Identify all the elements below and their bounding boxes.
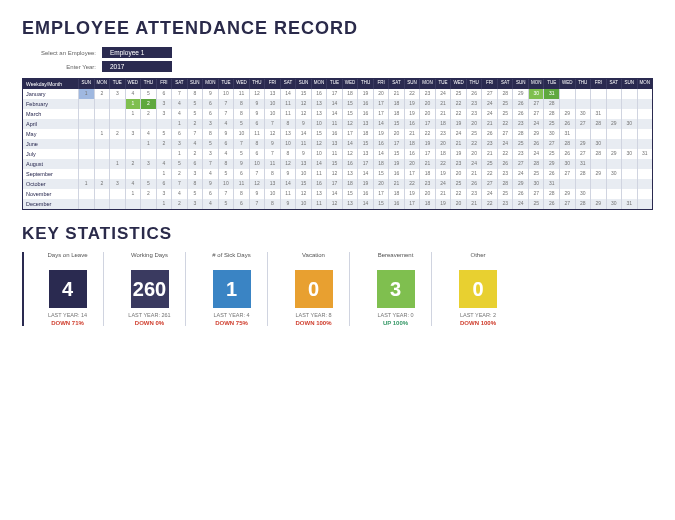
day-cell[interactable]: 27: [481, 89, 497, 99]
day-cell[interactable]: 9: [202, 179, 218, 189]
day-cell[interactable]: 1: [125, 189, 141, 199]
day-cell[interactable]: 21: [388, 179, 404, 189]
day-cell[interactable]: 25: [497, 99, 513, 109]
day-cell[interactable]: [125, 139, 141, 149]
day-cell[interactable]: 11: [311, 199, 327, 209]
day-cell[interactable]: [94, 149, 110, 159]
day-cell[interactable]: 17: [373, 189, 389, 199]
day-cell[interactable]: 17: [419, 119, 435, 129]
day-cell[interactable]: 11: [280, 189, 296, 199]
day-cell[interactable]: 16: [357, 109, 373, 119]
day-cell[interactable]: 7: [202, 159, 218, 169]
day-cell[interactable]: 12: [295, 99, 311, 109]
day-cell[interactable]: 8: [187, 89, 203, 99]
day-cell[interactable]: 14: [311, 159, 327, 169]
day-cell[interactable]: 6: [171, 129, 187, 139]
day-cell[interactable]: 12: [326, 199, 342, 209]
day-cell[interactable]: 8: [233, 109, 249, 119]
day-cell[interactable]: 9: [233, 159, 249, 169]
day-cell[interactable]: 8: [187, 179, 203, 189]
day-cell[interactable]: 20: [466, 149, 482, 159]
day-cell[interactable]: 13: [311, 99, 327, 109]
day-cell[interactable]: 30: [590, 139, 606, 149]
day-cell[interactable]: 26: [512, 109, 528, 119]
day-cell[interactable]: 4: [140, 129, 156, 139]
day-cell[interactable]: 20: [450, 169, 466, 179]
day-cell[interactable]: 9: [280, 199, 296, 209]
day-cell[interactable]: [575, 89, 591, 99]
day-cell[interactable]: 4: [171, 99, 187, 109]
day-cell[interactable]: 28: [512, 129, 528, 139]
day-cell[interactable]: [637, 99, 653, 109]
day-cell[interactable]: 23: [497, 169, 513, 179]
day-cell[interactable]: [125, 119, 141, 129]
day-cell[interactable]: 30: [621, 149, 637, 159]
day-cell[interactable]: 4: [171, 189, 187, 199]
day-cell[interactable]: 24: [497, 139, 513, 149]
day-cell[interactable]: [140, 119, 156, 129]
day-cell[interactable]: 19: [357, 89, 373, 99]
day-cell[interactable]: 2: [125, 159, 141, 169]
day-cell[interactable]: 3: [202, 149, 218, 159]
day-cell[interactable]: 14: [326, 189, 342, 199]
day-cell[interactable]: 4: [125, 179, 141, 189]
day-cell[interactable]: 30: [606, 199, 622, 209]
day-cell[interactable]: 18: [404, 139, 420, 149]
day-cell[interactable]: 13: [311, 189, 327, 199]
day-cell[interactable]: 2: [187, 119, 203, 129]
day-cell[interactable]: [94, 119, 110, 129]
day-cell[interactable]: 8: [264, 169, 280, 179]
day-cell[interactable]: [590, 89, 606, 99]
day-cell[interactable]: 16: [404, 119, 420, 129]
day-cell[interactable]: 18: [435, 149, 451, 159]
day-cell[interactable]: 6: [156, 89, 172, 99]
day-cell[interactable]: 10: [218, 89, 234, 99]
day-cell[interactable]: 29: [528, 129, 544, 139]
day-cell[interactable]: 8: [233, 99, 249, 109]
day-cell[interactable]: 18: [388, 109, 404, 119]
day-cell[interactable]: 21: [404, 129, 420, 139]
day-cell[interactable]: 23: [450, 159, 466, 169]
day-cell[interactable]: [109, 169, 125, 179]
day-cell[interactable]: 25: [481, 159, 497, 169]
day-cell[interactable]: 2: [171, 199, 187, 209]
day-cell[interactable]: 14: [357, 169, 373, 179]
day-cell[interactable]: 29: [606, 119, 622, 129]
day-cell[interactable]: [125, 149, 141, 159]
day-cell[interactable]: 17: [388, 139, 404, 149]
day-cell[interactable]: [94, 109, 110, 119]
day-cell[interactable]: [621, 109, 637, 119]
day-cell[interactable]: [78, 189, 94, 199]
day-cell[interactable]: 14: [373, 119, 389, 129]
day-cell[interactable]: 29: [512, 179, 528, 189]
day-cell[interactable]: 16: [373, 139, 389, 149]
day-cell[interactable]: [575, 179, 591, 189]
day-cell[interactable]: [621, 179, 637, 189]
day-cell[interactable]: 24: [466, 159, 482, 169]
day-cell[interactable]: 27: [559, 199, 575, 209]
day-cell[interactable]: 29: [559, 189, 575, 199]
day-cell[interactable]: [109, 199, 125, 209]
day-cell[interactable]: 7: [218, 189, 234, 199]
day-cell[interactable]: 30: [528, 179, 544, 189]
day-cell[interactable]: [109, 139, 125, 149]
day-cell[interactable]: 11: [264, 159, 280, 169]
day-cell[interactable]: 23: [466, 189, 482, 199]
day-cell[interactable]: [125, 169, 141, 179]
day-cell[interactable]: 1: [125, 99, 141, 109]
day-cell[interactable]: [590, 159, 606, 169]
day-cell[interactable]: 2: [94, 179, 110, 189]
day-cell[interactable]: 14: [295, 129, 311, 139]
day-cell[interactable]: 3: [187, 169, 203, 179]
day-cell[interactable]: 15: [373, 169, 389, 179]
day-cell[interactable]: 19: [435, 169, 451, 179]
day-cell[interactable]: 13: [295, 159, 311, 169]
day-cell[interactable]: 20: [404, 159, 420, 169]
day-cell[interactable]: [78, 149, 94, 159]
day-cell[interactable]: 12: [295, 109, 311, 119]
day-cell[interactable]: 20: [388, 129, 404, 139]
day-cell[interactable]: 11: [295, 139, 311, 149]
day-cell[interactable]: 2: [94, 89, 110, 99]
day-cell[interactable]: 24: [528, 119, 544, 129]
day-cell[interactable]: 4: [218, 149, 234, 159]
